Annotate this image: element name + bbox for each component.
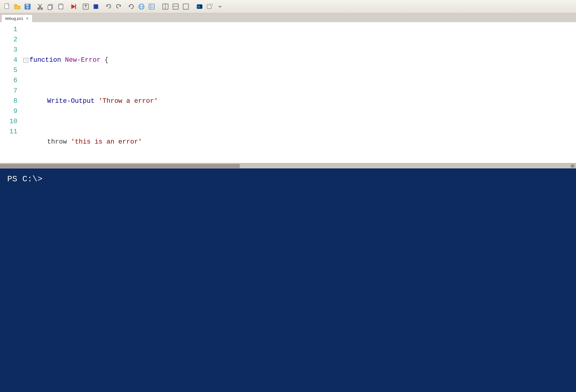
paste-icon[interactable] bbox=[56, 2, 65, 11]
tab-debug-ps1[interactable]: debug.ps1 ✕ bbox=[1, 14, 33, 22]
powershell-icon[interactable]: PS bbox=[195, 2, 204, 11]
svg-marker-13 bbox=[71, 4, 76, 9]
svg-rect-12 bbox=[60, 4, 62, 5]
code-line-3: throw 'this is an error' bbox=[23, 137, 574, 147]
line-num-8: 8 bbox=[4, 96, 17, 106]
line-num-11: 11 bbox=[4, 127, 17, 137]
tab-close-button[interactable]: ✕ bbox=[26, 17, 29, 20]
svg-rect-29 bbox=[183, 4, 189, 9]
layout-script-icon[interactable] bbox=[171, 2, 180, 11]
console-area[interactable]: PS C:\> bbox=[0, 168, 576, 392]
svg-rect-27 bbox=[173, 4, 178, 9]
toolbar: PS bbox=[0, 0, 576, 13]
editor-scrollbar[interactable]: ▶ bbox=[0, 163, 576, 168]
redo-icon[interactable] bbox=[114, 2, 123, 11]
export-icon[interactable] bbox=[81, 2, 91, 11]
code-line-1: −function New-Error { bbox=[23, 55, 574, 65]
function-name-new-error: New-Error bbox=[65, 55, 101, 65]
line-num-4: 4 bbox=[4, 55, 17, 65]
line-num-10: 10 bbox=[4, 117, 17, 127]
refresh-icon[interactable] bbox=[126, 2, 136, 11]
svg-rect-17 bbox=[94, 4, 98, 9]
svg-rect-1 bbox=[15, 4, 17, 5]
transfer-icon[interactable] bbox=[137, 2, 146, 11]
line-num-3: 3 bbox=[4, 45, 17, 55]
svg-text:PS: PS bbox=[197, 6, 200, 8]
keyword-throw: throw bbox=[47, 137, 67, 147]
line-num-9: 9 bbox=[4, 106, 17, 117]
copy-icon[interactable] bbox=[46, 2, 55, 11]
debug-run-icon[interactable] bbox=[68, 2, 78, 11]
options-icon[interactable] bbox=[205, 2, 215, 11]
layout-split-icon[interactable] bbox=[161, 2, 170, 11]
code-line-2: Write-Output 'Throw a error' bbox=[23, 96, 574, 106]
new-file-icon[interactable] bbox=[2, 2, 12, 11]
toolbar-more-icon[interactable] bbox=[215, 2, 225, 11]
stop-icon[interactable] bbox=[91, 2, 101, 11]
string-this-is-an-error: 'this is an error' bbox=[71, 137, 142, 147]
svg-rect-3 bbox=[26, 4, 29, 6]
scrollbar-thumb[interactable] bbox=[0, 164, 240, 168]
tab-bar: debug.ps1 ✕ bbox=[0, 13, 576, 22]
collapse-icon-1[interactable]: − bbox=[23, 58, 28, 63]
keyword-function-1: function bbox=[29, 55, 65, 65]
layout-console-icon[interactable] bbox=[181, 2, 191, 11]
line-num-2: 2 bbox=[4, 35, 17, 45]
code-editor[interactable]: −function New-Error { Write-Output 'Thro… bbox=[21, 25, 576, 161]
scrollbar-arrow-right[interactable]: ▶ bbox=[571, 164, 575, 168]
line-num-7: 7 bbox=[4, 86, 17, 96]
svg-rect-4 bbox=[26, 7, 29, 9]
svg-rect-10 bbox=[48, 5, 52, 10]
svg-rect-21 bbox=[149, 4, 154, 9]
string-throw-a-error: 'Throw a error' bbox=[99, 96, 158, 106]
console-prompt[interactable]: PS C:\> bbox=[7, 174, 43, 184]
brace-open-1: { bbox=[101, 55, 108, 65]
line-numbers: 1 2 3 4 5 6 7 8 9 10 11 bbox=[0, 25, 21, 161]
save-file-icon[interactable] bbox=[23, 2, 32, 11]
svg-rect-33 bbox=[211, 4, 212, 6]
open-file-icon[interactable] bbox=[13, 2, 22, 11]
sync-icon[interactable] bbox=[147, 2, 156, 11]
undo-icon[interactable] bbox=[104, 2, 113, 11]
cmdlet-write-output-1: Write-Output bbox=[47, 96, 94, 106]
line-num-5: 5 bbox=[4, 65, 17, 76]
tab-label: debug.ps1 bbox=[5, 16, 23, 21]
line-num-1: 1 bbox=[4, 25, 17, 35]
editor-area[interactable]: 1 2 3 4 5 6 7 8 9 10 11 −function New-Er… bbox=[0, 22, 576, 163]
cut-icon[interactable] bbox=[35, 2, 45, 11]
line-num-6: 6 bbox=[4, 76, 17, 86]
